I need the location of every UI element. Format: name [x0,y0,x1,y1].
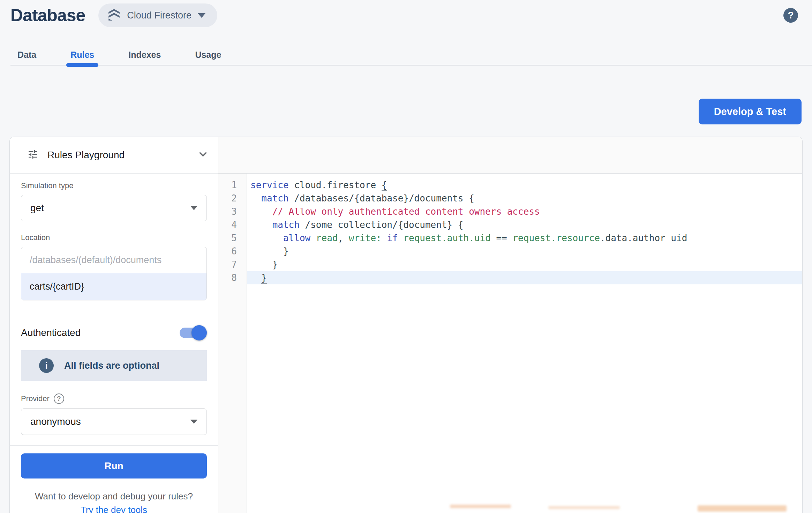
editor-body: 12345678 service cloud.firestore { match… [218,174,802,513]
tab-label: Rules [70,50,94,60]
tab-usage[interactable]: Usage [195,45,221,65]
toggle-thumb [191,325,207,340]
provider-help-icon[interactable]: ? [54,393,64,404]
code-token: request.resource [512,233,600,243]
line-number: 6 [218,245,237,258]
info-banner: i All fields are optional [21,350,207,381]
run-button[interactable]: Run [21,453,207,478]
line-number: 8 [218,271,237,284]
line-number: 2 [218,192,237,205]
location-input[interactable]: /databases/(default)/documents [21,247,206,273]
tab-data[interactable]: Data [17,45,36,65]
gutter: 12345678 [218,174,247,513]
code-token: == [491,233,513,243]
product-selector-pill[interactable]: Cloud Firestore [98,3,217,27]
code-token: /some_collection/{document} { [300,220,464,230]
active-tab-underline [66,63,98,67]
run-section: Run Want to develop and debug your rules… [10,446,218,513]
simulation-type-value: get [30,202,44,214]
code-token: cloud.firestore [289,180,382,190]
firestore-icon [107,8,121,23]
code-token [250,220,272,230]
auth-section: Authenticated i All fields are optional … [10,316,218,445]
tune-icon [27,149,38,161]
code-line[interactable]: // Allow only authenticated content owne… [247,205,802,218]
code-token [398,233,404,243]
code-token: allow [283,233,310,243]
code-token: } [250,259,278,270]
code-token: read [316,233,338,243]
rules-editor: 12345678 service cloud.firestore { match… [218,137,802,513]
dropdown-caret-icon [190,206,197,210]
code-area[interactable]: service cloud.firestore { match /databas… [247,174,802,513]
authenticated-label: Authenticated [21,327,81,338]
dropdown-caret-icon [190,420,197,424]
page-title: Database [10,5,85,25]
rules-playground-title: Rules Playground [47,150,125,161]
line-number: 4 [218,218,237,231]
simulation-section: Simulation type get Location /databases/… [10,174,218,300]
code-token: request.auth.uid [403,233,490,243]
code-line[interactable]: } [247,245,802,258]
line-number: 7 [218,258,237,271]
code-token: } [250,246,289,256]
provider-label: Provider [21,394,50,403]
line-number: 1 [218,178,237,192]
code-token: service [250,180,289,190]
provider-value: anonymous [30,416,81,427]
product-selector-label: Cloud Firestore [127,10,191,21]
info-icon: i [39,358,54,373]
tab-bar: Data Rules Indexes Usage [10,45,812,66]
code-token: } [261,273,267,284]
authenticated-toggle[interactable] [180,328,205,338]
tab-indexes[interactable]: Indexes [128,45,161,65]
code-token: .data.author_uid [600,233,687,243]
info-banner-text: All fields are optional [64,360,159,371]
code-line[interactable]: } [247,271,802,284]
code-token: , [338,233,348,243]
rules-playground-panel: Rules Playground Simulation type get Loc… [10,137,218,513]
code-line[interactable]: allow read, write: if request.auth.uid =… [247,231,802,245]
tab-label: Usage [195,50,221,60]
code-token: { [382,180,387,191]
code-token: write: [349,233,382,243]
code-line[interactable]: match /databases/{database}/documents { [247,192,802,205]
code-token: // Allow only authenticated content owne… [272,206,540,217]
editor-toolbar [218,137,802,174]
code-token [250,206,272,217]
code-token: if [387,233,398,243]
develop-and-test-button[interactable]: Develop & Test [699,99,802,124]
code-token: match [272,220,300,230]
code-line[interactable]: } [247,258,802,271]
location-combo: /databases/(default)/documents carts/{ca… [21,247,207,300]
location-value-row[interactable]: carts/{cartID} [21,273,206,300]
code-line[interactable]: service cloud.firestore { [247,178,802,192]
code-token [310,233,316,243]
rules-playground-header[interactable]: Rules Playground [10,137,218,174]
code-line[interactable]: match /some_collection/{document} { [247,218,802,231]
rules-card: Rules Playground Simulation type get Loc… [9,137,803,513]
simulation-type-label: Simulation type [21,181,207,190]
code-token [250,233,283,243]
location-label: Location [21,233,207,242]
code-token [250,193,261,204]
dev-tools-question: Want to develop and debug your rules? [21,491,207,502]
chevron-down-icon [198,13,205,18]
line-number: 5 [218,231,237,245]
simulation-type-select[interactable]: get [21,195,207,221]
tab-label: Indexes [128,50,161,60]
tab-rules[interactable]: Rules [70,45,94,65]
code-token [382,233,387,243]
code-token: match [261,193,288,204]
collapse-chevron-icon[interactable] [197,148,209,162]
code-token [250,273,261,283]
help-icon[interactable]: ? [783,8,798,23]
line-number: 3 [218,205,237,218]
app-header: Database Cloud Firestore ? [10,3,802,27]
provider-select[interactable]: anonymous [21,408,207,435]
tab-label: Data [17,50,36,60]
dev-tools-link[interactable]: Try the dev tools [81,505,147,513]
code-token: /databases/{database}/documents { [289,193,474,204]
